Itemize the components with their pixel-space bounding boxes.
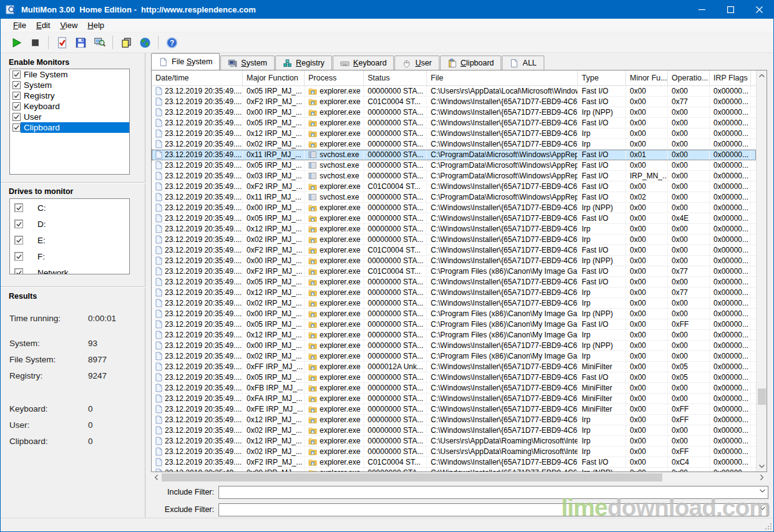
column-header-process[interactable]: Process <box>305 70 364 85</box>
table-row[interactable]: 23.12.2019 20:35:49....0x02 IRP_MJ_...ex… <box>152 425 756 436</box>
column-header-type[interactable]: Type <box>578 70 626 85</box>
column-header-date-time[interactable]: Date/time <box>152 70 243 85</box>
column-header-operatio[interactable]: Operatio... <box>668 70 710 85</box>
table-row[interactable]: 23.12.2019 20:35:49....0x05 IRP_MJ_...ex… <box>152 372 756 383</box>
checkbox-checked-icon[interactable] <box>12 113 21 121</box>
table-row[interactable]: 23.12.2019 20:35:49....0xFF IRP_MJ_...ex… <box>152 362 756 372</box>
monitor-item-system[interactable]: System <box>10 80 129 90</box>
scroll-down-button[interactable] <box>757 461 767 472</box>
find-computer-button[interactable] <box>90 34 109 51</box>
menu-item-help[interactable]: Help <box>82 19 109 31</box>
menu-item-file[interactable]: File <box>8 19 31 31</box>
drive-item-network[interactable]: Network <box>10 265 129 274</box>
table-row[interactable]: 23.12.2019 20:35:49....0x05 IRP_MJ_...ex… <box>152 319 756 330</box>
chevron-down-icon[interactable] <box>760 489 765 493</box>
start-button[interactable] <box>7 34 26 51</box>
column-header-irp-flags[interactable]: IRP Flags <box>710 70 751 85</box>
table-row[interactable]: 23.12.2019 20:35:49....0x05 IRP_MJ_...ex… <box>152 213 756 224</box>
table-row[interactable]: 23.12.2019 20:35:49....0x02 IRP_MJ_...ex… <box>152 351 756 362</box>
column-header-file[interactable]: File <box>427 70 578 85</box>
include-filter-input[interactable] <box>219 486 768 498</box>
table-row[interactable]: 23.12.2019 20:35:49....0xFE IRP_MJ_...ex… <box>152 404 756 415</box>
monitor-item-clipboard[interactable]: Clipboard <box>10 122 129 133</box>
table-row[interactable]: 23.12.2019 20:35:49....0x12 IRP_MJ_...ex… <box>152 415 756 425</box>
tab-clipboard[interactable]: Clipboard <box>440 56 502 70</box>
table-row[interactable]: 23.12.2019 20:35:49....0x00 IRP_MJ_...ex… <box>152 468 756 472</box>
maximize-button[interactable] <box>716 0 745 19</box>
tab-registry[interactable]: Registry <box>275 56 332 70</box>
tab-system[interactable]: System <box>220 56 275 70</box>
table-row[interactable]: 23.12.2019 20:35:49....0x05 IRP_MJ_...ex… <box>152 277 756 288</box>
tab-all[interactable]: ALL <box>502 56 544 70</box>
menu-item-view[interactable]: View <box>55 19 82 31</box>
resize-grip-icon[interactable] <box>764 522 772 530</box>
checkbox-checked-icon[interactable] <box>14 236 23 244</box>
checkbox-checked-icon[interactable] <box>14 203 23 212</box>
table-row[interactable]: 23.12.2019 20:35:49....0x05 IRP_MJ_...ex… <box>152 86 756 97</box>
enable-monitors-list[interactable]: File SystemSystemRegistryKeyboardUserCli… <box>9 69 130 175</box>
checkbox-checked-icon[interactable] <box>12 92 21 100</box>
table-row[interactable]: 23.12.2019 20:35:49....0x02 IRP_MJ_...ex… <box>152 139 756 150</box>
checkbox-checked-icon[interactable] <box>12 102 21 110</box>
monitor-item-keyboard[interactable]: Keyboard <box>10 101 129 112</box>
drive-item-d[interactable]: D: <box>10 216 129 231</box>
table-row[interactable]: 23.12.2019 20:35:49....0x12 IRP_MJ_...ex… <box>152 128 756 139</box>
scroll-up-button[interactable] <box>757 70 767 81</box>
tab-file-system[interactable]: File System <box>151 53 220 70</box>
table-row[interactable]: 23.12.2019 20:35:49....0x12 IRP_MJ_...ex… <box>152 224 756 235</box>
table-row[interactable]: 23.12.2019 20:35:49....0x05 IRP_MJ_...sv… <box>152 160 756 171</box>
horizontal-scrollbar[interactable] <box>151 472 767 483</box>
vertical-scrollbar[interactable] <box>756 70 767 472</box>
scroll-left-button[interactable] <box>151 472 162 483</box>
column-header-status[interactable]: Status <box>364 70 427 85</box>
table-row[interactable]: 23.12.2019 20:35:49....0xF2 IRP_MJ_...ex… <box>152 181 756 192</box>
menu-item-edit[interactable]: Edit <box>31 19 55 31</box>
table-row[interactable]: 23.12.2019 20:35:49....0xFA IRP_MJ_...ex… <box>152 394 756 404</box>
monitor-item-file-system[interactable]: File System <box>10 69 129 80</box>
table-row[interactable]: 23.12.2019 20:35:49....0x02 IRP_MJ_...ex… <box>152 235 756 245</box>
table-row[interactable]: 23.12.2019 20:35:49....0x12 IRP_MJ_...ex… <box>152 288 756 298</box>
table-row[interactable]: 23.12.2019 20:35:49....0xF2 IRP_MJ_...ex… <box>152 266 756 277</box>
checkbox-checked-icon[interactable] <box>12 81 21 89</box>
table-row[interactable]: 23.12.2019 20:35:49....0x00 IRP_MJ_...ex… <box>152 256 756 266</box>
table-row[interactable]: 23.12.2019 20:35:49....0x02 IRP_MJ_...ex… <box>152 447 756 457</box>
save-button[interactable] <box>71 34 90 51</box>
minimize-button[interactable] <box>687 0 716 19</box>
table-row[interactable]: 23.12.2019 20:35:49....0x11 IRP_MJ_...sv… <box>152 192 756 203</box>
column-header-major-function[interactable]: Major Function <box>243 70 305 85</box>
table-row[interactable]: 23.12.2019 20:35:49....0x00 IRP_MJ_...ex… <box>152 107 756 118</box>
table-row[interactable]: 23.12.2019 20:35:49....0x03 IRP_MJ_...sv… <box>152 171 756 181</box>
tab-user[interactable]: User <box>394 56 439 70</box>
help-button[interactable]: ? <box>162 34 181 51</box>
horizontal-scroll-thumb[interactable] <box>162 473 662 481</box>
table-row[interactable]: 23.12.2019 20:35:49....0x00 IRP_MJ_...ex… <box>152 309 756 319</box>
checkbox-checked-icon[interactable] <box>14 268 23 274</box>
exclude-filter-input[interactable] <box>219 504 768 516</box>
table-row[interactable]: 23.12.2019 20:35:49....0x12 IRP_MJ_...ex… <box>152 330 756 341</box>
vertical-scroll-thumb[interactable] <box>758 389 766 405</box>
monitor-item-user[interactable]: User <box>10 112 129 122</box>
table-row[interactable]: 23.12.2019 20:35:49....0x12 IRP_MJ_...ex… <box>152 436 756 447</box>
scroll-right-button[interactable] <box>757 472 767 483</box>
table-row[interactable]: 23.12.2019 20:35:49....0xF2 IRP_MJ_...ex… <box>152 97 756 107</box>
report-button[interactable] <box>52 34 71 51</box>
table-row[interactable]: 23.12.2019 20:35:49....0xFB IRP_MJ_...ex… <box>152 383 756 394</box>
drives-list[interactable]: C:D:E:F:Network <box>9 198 130 274</box>
table-row[interactable]: 23.12.2019 20:35:49....0x00 IRP_MJ_...ex… <box>152 203 756 213</box>
table-row[interactable]: 23.12.2019 20:35:49....0x00 IRP_MJ_...ex… <box>152 341 756 351</box>
table-row[interactable]: 23.12.2019 20:35:49....0xF2 IRP_MJ_...ex… <box>152 245 756 256</box>
monitor-item-registry[interactable]: Registry <box>10 90 129 101</box>
table-row[interactable]: 23.12.2019 20:35:49....0x05 IRP_MJ_...ex… <box>152 118 756 128</box>
chevron-down-icon[interactable] <box>760 506 765 510</box>
checkbox-checked-icon[interactable] <box>12 70 21 79</box>
checkbox-checked-icon[interactable] <box>14 220 23 228</box>
table-row[interactable]: 23.12.2019 20:35:49....0x02 IRP_MJ_...ex… <box>152 298 756 309</box>
checkbox-checked-icon[interactable] <box>14 252 23 261</box>
drive-item-f[interactable]: F: <box>10 249 129 264</box>
website-button[interactable] <box>135 34 154 51</box>
drive-item-e[interactable]: E: <box>10 233 129 248</box>
close-button[interactable] <box>745 0 773 19</box>
checkbox-checked-icon[interactable] <box>12 123 21 132</box>
table-row[interactable]: 23.12.2019 20:35:49....0x11 IRP_MJ_...sv… <box>152 150 756 160</box>
copy-button[interactable] <box>117 34 135 51</box>
